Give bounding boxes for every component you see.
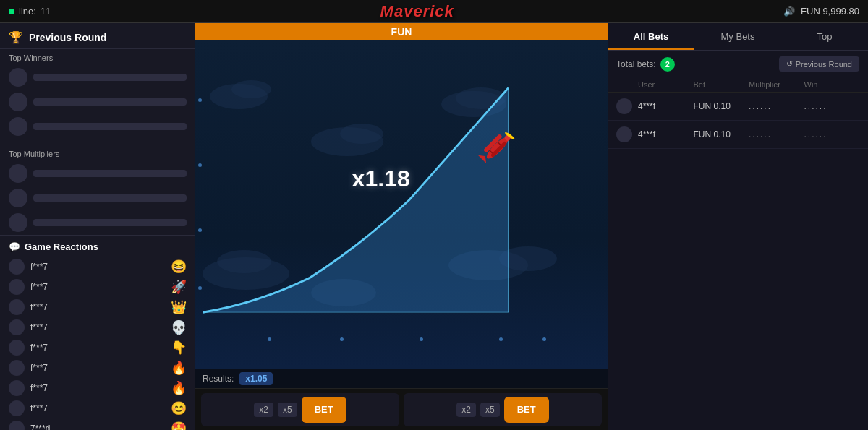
game-canvas: x1.18 — [195, 40, 608, 369]
skeleton-row-1 — [0, 65, 195, 90]
col-header-win: Win — [804, 80, 860, 89]
reaction-user: f***7 — [30, 262, 165, 272]
prev-round-header: 🏆 Previous Round — [0, 23, 195, 49]
left-sidebar: 🏆 Previous Round Top Winners Top Multipl… — [0, 23, 195, 430]
bet-amount: FUN 0.10 — [694, 129, 749, 139]
reaction-avatar — [9, 400, 25, 416]
trophy-icon: 🏆 — [9, 30, 23, 44]
reaction-emoji: 👑 — [171, 299, 187, 315]
reaction-avatar — [9, 340, 25, 356]
refresh-icon: ↺ — [786, 59, 793, 69]
reaction-row: f***7 🔥 — [0, 358, 195, 378]
reaction-user: f***7 — [30, 302, 165, 312]
skeleton-row-2 — [0, 90, 195, 114]
bets-count-badge: 2 — [660, 57, 675, 72]
bet-win: ...... — [804, 129, 860, 139]
multiplier-x5-btn-1[interactable]: x5 — [278, 403, 297, 417]
reaction-user: f***7 — [30, 343, 165, 353]
online-indicator — [9, 9, 14, 14]
reaction-row: 7***d 🤩 — [0, 418, 195, 430]
reaction-row: f***7 😆 — [0, 257, 195, 277]
prev-round-btn[interactable]: ↺ Previous Round — [779, 56, 859, 72]
main-layout: 🏆 Previous Round Top Winners Top Multipl… — [0, 23, 868, 430]
header-left: line: 11 — [9, 6, 51, 17]
bets-table-header: UserBetMultiplierWin — [608, 77, 868, 93]
skeleton-bar — [33, 123, 187, 130]
bet-button-1[interactable]: BET — [302, 397, 346, 423]
reaction-emoji: 👇 — [171, 340, 187, 356]
skeleton-row-6 — [0, 210, 195, 235]
bet-win: ...... — [804, 101, 860, 111]
skeleton-avatar — [9, 213, 27, 232]
bet-amount: FUN 0.10 — [694, 101, 749, 111]
reaction-emoji: 🔥 — [171, 380, 187, 396]
col-header-user: User — [638, 80, 694, 89]
bet-button-2[interactable]: BET — [504, 397, 549, 423]
bets-rows-container: 4***f FUN 0.10 ...... ...... 4***f FUN 0… — [608, 93, 868, 149]
balance-display: FUN 9,999.80 — [801, 6, 859, 17]
reaction-emoji: 🚀 — [171, 279, 187, 295]
multiplier-display: x1.18 — [352, 165, 410, 192]
reaction-emoji: 💀 — [171, 319, 187, 335]
skeleton-bar — [33, 74, 187, 81]
bets-meta: Total bets: 2 ↺ Previous Round — [608, 51, 868, 77]
top-winners-label: Top Winners — [0, 49, 195, 65]
tab-all-bets[interactable]: All Bets — [608, 23, 694, 50]
multiplier-x2-btn-1[interactable]: x2 — [254, 403, 273, 417]
reaction-row: f***7 🔥 — [0, 378, 195, 398]
bet-row: 4***f FUN 0.10 ...... ...... — [608, 121, 868, 149]
tab-top[interactable]: Top — [781, 23, 868, 50]
bet-multiplier: ...... — [749, 129, 804, 139]
multiplier-x2-btn-2[interactable]: x2 — [456, 403, 476, 417]
reaction-avatar — [9, 421, 25, 430]
reaction-row: f***7 😊 — [0, 398, 195, 418]
game-currency-bar: FUN — [195, 23, 608, 40]
col-header-bet: Bet — [694, 80, 749, 89]
reaction-emoji: 🤩 — [171, 421, 187, 430]
tabs-row: All BetsMy BetsTop — [608, 23, 868, 51]
result-badge: x1.05 — [239, 372, 273, 385]
reaction-user: f***7 — [30, 282, 165, 292]
skeleton-avatar — [9, 117, 27, 136]
game-area: FUN — [195, 23, 608, 430]
reaction-row: f***7 👑 — [0, 297, 195, 317]
reaction-avatar — [9, 259, 25, 275]
reaction-user: f***7 — [30, 403, 165, 413]
reaction-row: f***7 👇 — [0, 337, 195, 358]
right-panel: All BetsMy BetsTop Total bets: 2 ↺ Previ… — [608, 23, 868, 430]
reaction-user: f***7 — [30, 322, 165, 332]
skeleton-bar — [33, 170, 187, 177]
skeleton-bar — [33, 98, 187, 106]
reaction-user: f***7 — [30, 383, 165, 393]
skeleton-bar — [33, 194, 187, 202]
skeleton-row-3 — [0, 114, 195, 139]
reaction-user: f***7 — [30, 363, 165, 373]
reaction-emoji: 😆 — [171, 259, 187, 275]
skeleton-bar — [33, 219, 187, 226]
logo: Maverick — [380, 2, 454, 21]
skeleton-avatar — [9, 189, 27, 207]
reactions-header: 💬 Game Reactions — [0, 235, 195, 255]
header-right: 🔊 FUN 9,999.80 — [783, 6, 859, 17]
reactions-title: Game Reactions — [25, 241, 98, 252]
multiplier-x5-btn-2[interactable]: x5 — [480, 403, 500, 417]
reactions-icon: 💬 — [9, 241, 20, 252]
reaction-emoji: 😊 — [171, 400, 187, 416]
reaction-user: 7***d — [30, 423, 165, 430]
reaction-emoji: 🔥 — [171, 360, 187, 376]
tab-my-bets[interactable]: My Bets — [694, 23, 781, 50]
results-bar: Results: x1.05 — [195, 369, 608, 388]
bet-row-avatar — [616, 126, 632, 142]
online-count: 11 — [41, 6, 51, 17]
skeleton-avatar — [9, 164, 27, 183]
bet-panel-1: x2 x5 BET — [201, 393, 399, 426]
bet-panel-2: x2 x5 BET — [404, 393, 602, 426]
section-divider — [0, 142, 195, 142]
airplane — [470, 125, 524, 175]
prev-round-title: Previous Round — [29, 32, 106, 43]
bet-user: 4***f — [638, 129, 694, 139]
skeleton-avatar — [9, 93, 27, 111]
reaction-avatar — [9, 279, 25, 295]
bet-row-avatar — [616, 98, 632, 114]
sound-icon[interactable]: 🔊 — [783, 6, 795, 17]
